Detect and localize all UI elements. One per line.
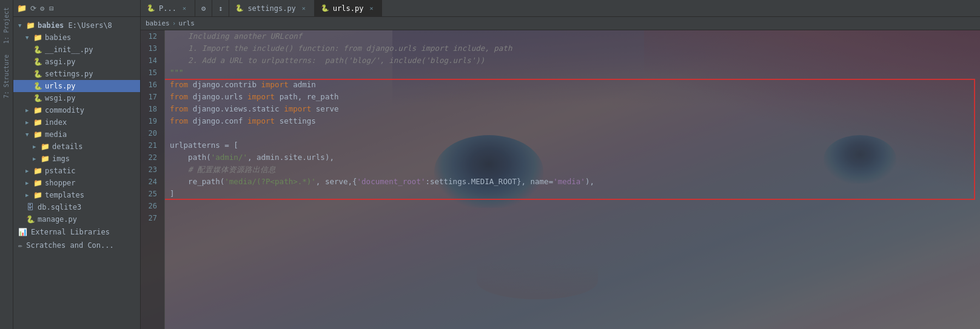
breadcrumb-babies[interactable]: babies — [146, 19, 170, 27]
tree-label: imgs — [52, 155, 70, 163]
breadcrumb-urls[interactable]: urls — [178, 19, 195, 27]
line-num-19: 19 — [141, 115, 161, 127]
tree-item-external-libraries[interactable]: 📊 External Libraries — [13, 225, 140, 239]
line-num-14: 14 — [141, 55, 161, 67]
code-lines: Including another URLconf 1. Import the … — [170, 30, 980, 224]
code-line-25: ] — [170, 188, 980, 200]
expand-arrow-icon: ▶ — [25, 192, 32, 198]
line-num-26: 26 — [141, 200, 161, 212]
editor-tabs-bar: 🐍 P... ✕ ⚙ ↕ 🐍 settings.py ✕ 🐍 urls.py ✕ — [141, 0, 980, 17]
tree-item-babies-root[interactable]: ▼ 📁 babies E:\Users\8 — [13, 19, 140, 32]
expand-arrow-icon: ▶ — [33, 156, 39, 162]
nav-icon: ↕ — [218, 4, 223, 13]
folder-icon: 📁 — [33, 33, 42, 42]
tab-close-button[interactable]: ✕ — [367, 4, 375, 13]
code-editor[interactable]: 💡 Including another URLconf 1. Import th… — [165, 30, 980, 329]
tree-item-pstatic[interactable]: ▶ 📁 pstatic — [13, 165, 140, 177]
code-line-24: re_path( 'media/(?P<path>.*)' , serve,{ … — [170, 176, 980, 188]
tree-label: babies E:\Users\8 — [38, 21, 112, 30]
line-numbers-gutter: 12 13 14 15 16 17 18 19 20 21 22 23 24 2… — [141, 30, 165, 329]
tree-label: index — [45, 118, 67, 127]
tree-item-templates[interactable]: ▶ 📁 templates — [13, 189, 140, 201]
tab-label: urls.py — [333, 4, 364, 13]
line-num-21: 21 — [141, 139, 161, 151]
folder-icon: 📁 — [33, 105, 42, 115]
tree-item-db[interactable]: 🗄 db.sqlite3 — [13, 201, 140, 213]
tree-item-urls[interactable]: 🐍 urls.py — [13, 80, 140, 92]
tree-item-wsgi[interactable]: 🐍 wsgi.py — [13, 92, 140, 104]
tree-item-babies-sub[interactable]: ▼ 📁 babies — [13, 32, 140, 44]
code-line-19: from django.conf import settings — [170, 115, 980, 127]
code-line-23: # 配置媒体资源路出信息 — [170, 164, 980, 176]
py-icon: 🐍 — [235, 4, 244, 12]
tree-item-index[interactable]: ▶ 📁 index — [13, 116, 140, 128]
python-file-icon: 🐍 — [33, 45, 42, 55]
code-line-15: """ — [170, 67, 980, 79]
tree-label: __init__.py — [45, 45, 93, 54]
code-line-21: urlpatterns = [ — [170, 139, 980, 151]
tree-item-shopper[interactable]: ▶ 📁 shopper — [13, 177, 140, 189]
expand-arrow-icon: ▼ — [25, 35, 32, 41]
code-line-17: from django.urls import path, re_path — [170, 91, 980, 103]
project-tree: ▼ 📁 babies E:\Users\8 ▼ 📁 babies 🐍 __ini… — [13, 17, 140, 329]
vertical-tab-panel: 1: Project 7: Structure — [0, 0, 13, 329]
line-num-27: 27 — [141, 212, 161, 224]
gear-icon: ⚙ — [201, 4, 206, 13]
tab-label: settings.py — [247, 4, 295, 13]
sync-icon[interactable]: ⟳ — [30, 4, 36, 13]
folder-icon: 📁 — [40, 142, 50, 151]
tree-item-manage[interactable]: 🐍 manage.py — [13, 213, 140, 225]
python-file-icon: 🐍 — [33, 93, 42, 103]
folder-icon: 📁 — [40, 154, 50, 164]
folder-icon: 📁 — [33, 118, 42, 127]
tree-item-commodity[interactable]: ▶ 📁 commodity — [13, 104, 140, 116]
settings-icon[interactable]: ⚙ — [40, 4, 44, 13]
tab-label: P... — [159, 4, 176, 13]
tree-label: templates — [45, 191, 84, 199]
tree-item-asgi[interactable]: 🐍 asgi.py — [13, 56, 140, 68]
python-file-icon: 🐍 — [33, 69, 42, 79]
tree-label: settings.py — [45, 70, 93, 78]
breadcrumb: babies › urls — [141, 17, 980, 30]
tree-item-media[interactable]: ▼ 📁 media — [13, 128, 140, 141]
tab-close-button[interactable]: ✕ — [180, 4, 189, 13]
code-line-12: Including another URLconf — [170, 30, 980, 42]
tree-item-init[interactable]: 🐍 __init__.py — [13, 44, 140, 56]
tree-item-details[interactable]: ▶ 📁 details — [13, 141, 140, 153]
tree-label: details — [52, 142, 83, 151]
structure-vtab[interactable]: 7: Structure — [2, 50, 11, 103]
tree-label: commodity — [45, 106, 84, 115]
editor-main-area: 🐍 P... ✕ ⚙ ↕ 🐍 settings.py ✕ 🐍 urls.py ✕… — [141, 0, 980, 329]
tab-gear[interactable]: ⚙ — [195, 0, 212, 16]
tab-project[interactable]: 🐍 P... ✕ — [141, 0, 195, 16]
folder-icon: 📁 — [25, 21, 35, 30]
editor-content-area: 12 13 14 15 16 17 18 19 20 21 22 23 24 2… — [141, 30, 980, 329]
tree-label: babies — [45, 33, 71, 42]
tree-label: asgi.py — [45, 58, 76, 66]
tab-urls-py[interactable]: 🐍 urls.py ✕ — [315, 0, 383, 16]
line-num-17: 17 — [141, 91, 161, 103]
expand-arrow-icon: ▶ — [25, 180, 32, 186]
tree-item-scratches[interactable]: ✏ Scratches and Con... — [13, 239, 140, 252]
tree-item-imgs[interactable]: ▶ 📁 imgs — [13, 153, 140, 165]
tree-label: urls.py — [45, 82, 76, 90]
scratches-icon: ✏ — [18, 241, 22, 250]
tree-label: pstatic — [45, 167, 76, 175]
expand-arrow-icon: ▶ — [25, 107, 32, 113]
project-vtab[interactable]: 1: Project — [2, 2, 11, 48]
expand-arrow-icon: ▼ — [25, 131, 32, 138]
py-icon: 🐍 — [147, 4, 155, 12]
tree-label: shopper — [45, 179, 76, 187]
tab-nav[interactable]: ↕ — [212, 0, 229, 16]
tree-label: media — [45, 130, 67, 139]
line-num-12: 12 — [141, 30, 161, 42]
tree-label: manage.py — [38, 215, 77, 224]
tab-close-button[interactable]: ✕ — [300, 4, 308, 13]
collapse-icon[interactable]: ⊟ — [49, 4, 53, 13]
folder-icon: 📁 — [33, 166, 42, 176]
line-num-24: 24 — [141, 176, 161, 188]
tree-item-settings[interactable]: 🐍 settings.py — [13, 68, 140, 80]
python-file-icon: 🐍 — [25, 214, 35, 224]
expand-arrow-icon: ▶ — [25, 168, 32, 174]
tab-settings-py[interactable]: 🐍 settings.py ✕ — [229, 0, 314, 16]
